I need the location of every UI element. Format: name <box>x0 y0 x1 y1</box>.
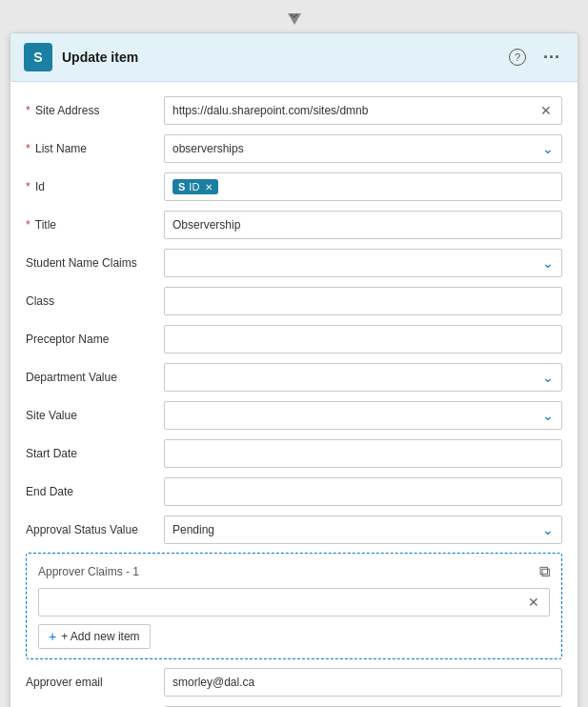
approver-claims-copy-button[interactable]: ⧉ <box>539 563 550 580</box>
approver-claims-header: Approver Claims - 1 ⧉ <box>38 563 550 580</box>
site-address-label: * Site Address <box>26 104 164 117</box>
department-value-row: Department Value ⌄ <box>26 362 562 393</box>
approval-status-value: Pending <box>172 523 214 536</box>
student-name-claims-dropdown[interactable]: ⌄ <box>164 249 562 277</box>
copy-icon: ⧉ <box>539 563 550 579</box>
title-value: Observership <box>172 218 240 232</box>
start-date-input[interactable] <box>172 447 554 460</box>
more-icon: ··· <box>543 48 560 68</box>
student-name-claims-label: Student Name Claims <box>26 256 164 270</box>
app-icon: S <box>24 43 52 71</box>
start-date-label: Start Date <box>26 447 164 460</box>
site-value-label: Site Value <box>26 409 164 422</box>
approval-status-label: Approval Status Value <box>26 523 164 536</box>
approver-claims-input-wrapper[interactable]: ✕ <box>38 588 550 616</box>
list-name-label: * List Name <box>26 142 164 155</box>
department-value-chevron-icon: ⌄ <box>542 370 554 385</box>
id-label: * Id <box>26 180 164 193</box>
header-left: S Update item <box>24 43 138 71</box>
preceptor-name-input[interactable] <box>172 333 554 346</box>
approver-claims-section: Approver Claims - 1 ⧉ ✕ + + Add new item <box>26 553 562 659</box>
approval-status-dropdown[interactable]: Pending ⌄ <box>164 515 562 544</box>
more-options-button[interactable]: ··· <box>539 46 564 70</box>
preceptor-name-label: Preceptor Name <box>26 333 164 346</box>
id-badge-text: ID <box>189 181 199 192</box>
end-date-field[interactable] <box>164 477 562 506</box>
list-name-value: observerships <box>172 142 244 155</box>
site-address-field[interactable]: https://dalu.sharepoint.com/sites/dmnb ✕ <box>164 96 562 125</box>
add-new-item-button[interactable]: + + Add new item <box>38 624 151 649</box>
list-name-chevron-icon: ⌄ <box>542 141 554 156</box>
id-badge-letter: S <box>178 181 185 192</box>
class-row: Class <box>26 286 562 316</box>
site-value-row: Site Value ⌄ <box>26 400 562 431</box>
site-address-value: https://dalu.sharepoint.com/sites/dmnb <box>172 104 368 117</box>
card-title: Update item <box>62 50 138 65</box>
approver-email-field[interactable]: smorley@dal.ca <box>164 668 562 697</box>
header-actions: ? ··· <box>505 46 564 70</box>
class-input[interactable] <box>172 294 554 308</box>
class-label: Class <box>26 294 164 308</box>
card-header: S Update item ? ··· <box>10 33 578 82</box>
title-row: * Title Observership <box>26 210 562 240</box>
approver-claims-input-row: ✕ <box>38 588 550 616</box>
site-address-clear-button[interactable]: ✕ <box>538 104 554 117</box>
student-name-claims-chevron-icon: ⌄ <box>542 255 554 271</box>
department-value-label: Department Value <box>26 371 164 384</box>
end-date-row: End Date <box>26 476 562 507</box>
approval-status-row: Approval Status Value Pending ⌄ <box>26 515 562 545</box>
add-new-item-label: + Add new item <box>61 630 139 643</box>
approver-claims-clear-button[interactable]: ✕ <box>526 596 541 609</box>
help-icon: ? <box>509 49 526 66</box>
start-date-field[interactable] <box>164 439 562 468</box>
update-item-card: S Update item ? ··· * Site Address <box>10 32 578 707</box>
title-label: * Title <box>26 218 164 232</box>
id-badge: S ID ✕ <box>172 179 218 194</box>
approval-status-chevron-icon: ⌄ <box>542 522 554 537</box>
title-field[interactable]: Observership <box>164 211 562 239</box>
student-name-claims-row: Student Name Claims ⌄ <box>26 248 562 278</box>
preceptor-name-field[interactable] <box>164 325 562 354</box>
approver-email-row: Approver email smorley@dal.ca <box>26 667 562 697</box>
id-field[interactable]: S ID ✕ <box>164 172 562 201</box>
end-date-input[interactable] <box>172 485 554 498</box>
card-body: * Site Address https://dalu.sharepoint.c… <box>10 82 578 707</box>
approver-claims-label: Approver Claims - 1 <box>38 565 139 578</box>
help-button[interactable]: ? <box>505 47 530 68</box>
end-date-label: End Date <box>26 485 164 498</box>
approver-email-label: Approver email <box>26 676 164 689</box>
department-value-dropdown[interactable]: ⌄ <box>164 363 562 392</box>
site-address-row: * Site Address https://dalu.sharepoint.c… <box>26 95 562 126</box>
approver-email-value: smorley@dal.ca <box>172 676 254 689</box>
site-value-dropdown[interactable]: ⌄ <box>164 401 562 430</box>
list-name-row: * List Name observerships ⌄ <box>26 133 562 164</box>
start-date-row: Start Date <box>26 438 562 469</box>
plus-icon: + <box>49 629 56 644</box>
approver-claims-input[interactable] <box>47 596 526 609</box>
id-badge-remove-button[interactable]: ✕ <box>205 182 213 192</box>
preceptor-name-row: Preceptor Name <box>26 324 562 354</box>
list-name-dropdown[interactable]: observerships ⌄ <box>164 134 562 163</box>
id-row: * Id S ID ✕ <box>26 172 562 202</box>
class-field[interactable] <box>164 287 562 315</box>
site-value-chevron-icon: ⌄ <box>542 408 554 423</box>
